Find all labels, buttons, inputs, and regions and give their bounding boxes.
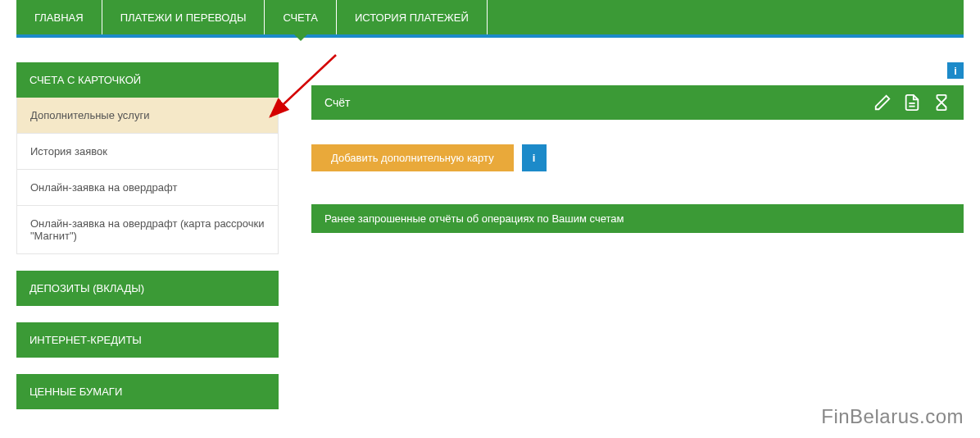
sidebar-item-label: Онлайн-заявка на овердрафт (30, 181, 177, 194)
sidebar: СЧЕТА С КАРТОЧКОЙ Дополнительные услуги … (16, 62, 279, 426)
sidebar-section-credits: ИНТЕРНЕТ-КРЕДИТЫ (16, 322, 279, 358)
nav-tab-label: ПЛАТЕЖИ И ПЕРЕВОДЫ (120, 11, 247, 24)
info-icon[interactable]: i (947, 62, 964, 79)
nav-tab-label: СЧЕТА (283, 11, 317, 24)
sidebar-header-deposits[interactable]: ДЕПОЗИТЫ (ВКЛАДЫ) (16, 271, 279, 306)
sidebar-header-credits[interactable]: ИНТЕРНЕТ-КРЕДИТЫ (16, 322, 279, 358)
sidebar-item-label: Дополнительные услуги (30, 109, 149, 121)
sidebar-item-request-history[interactable]: История заявок (16, 134, 279, 170)
sidebar-section-deposits: ДЕПОЗИТЫ (ВКЛАДЫ) (16, 271, 279, 306)
watermark: FinBelarus.com (821, 405, 964, 428)
account-label: Счёт (324, 96, 350, 109)
top-navigation: ГЛАВНАЯ ПЛАТЕЖИ И ПЕРЕВОДЫ СЧЕТА ИСТОРИЯ… (16, 0, 964, 34)
sidebar-item-overdraft-magnit[interactable]: Онлайн-заявка на овердрафт (карта рассро… (16, 206, 279, 254)
info-button[interactable]: i (522, 144, 547, 171)
sidebar-item-label: История заявок (30, 145, 107, 157)
add-card-label: Добавить дополнительную карту (331, 152, 494, 164)
reports-bar: Ранее запрошенные отчёты об операциях по… (311, 204, 964, 233)
sidebar-header-label: ИНТЕРНЕТ-КРЕДИТЫ (29, 334, 142, 346)
sidebar-section-securities: ЦЕННЫЕ БУМАГИ (16, 374, 279, 409)
main-area: i Счёт Добавить дополни (311, 62, 964, 426)
button-row: Добавить дополнительную карту i (311, 144, 964, 171)
account-bar: Счёт (311, 85, 964, 120)
sidebar-header-securities[interactable]: ЦЕННЫЕ БУМАГИ (16, 374, 279, 409)
nav-tab-history[interactable]: ИСТОРИЯ ПЛАТЕЖЕЙ (337, 0, 488, 34)
sidebar-header-label: СЧЕТА С КАРТОЧКОЙ (29, 74, 141, 86)
sidebar-header-cards[interactable]: СЧЕТА С КАРТОЧКОЙ (16, 62, 279, 98)
sidebar-section-cards: СЧЕТА С КАРТОЧКОЙ Дополнительные услуги … (16, 62, 279, 254)
info-button-label: i (533, 152, 536, 164)
sidebar-header-label: ЦЕННЫЕ БУМАГИ (29, 386, 122, 398)
hourglass-icon[interactable] (932, 94, 951, 112)
sidebar-item-label: Онлайн-заявка на овердрафт (карта рассро… (30, 217, 265, 242)
reports-label: Ранее запрошенные отчёты об операциях по… (324, 212, 624, 225)
sidebar-item-overdraft[interactable]: Онлайн-заявка на овердрафт (16, 170, 279, 206)
nav-remainder (488, 0, 964, 34)
document-icon[interactable] (903, 94, 921, 112)
info-icon-label: i (954, 65, 957, 77)
nav-tab-payments[interactable]: ПЛАТЕЖИ И ПЕРЕВОДЫ (102, 0, 265, 34)
nav-tab-label: ИСТОРИЯ ПЛАТЕЖЕЙ (355, 11, 469, 24)
nav-tab-label: ГЛАВНАЯ (34, 11, 84, 24)
account-bar-icons (873, 94, 951, 112)
edit-icon[interactable] (873, 94, 892, 112)
nav-tab-main[interactable]: ГЛАВНАЯ (16, 0, 102, 34)
sidebar-header-label: ДЕПОЗИТЫ (ВКЛАДЫ) (29, 282, 144, 294)
sidebar-item-additional-services[interactable]: Дополнительные услуги (16, 98, 279, 134)
add-card-button[interactable]: Добавить дополнительную карту (311, 144, 514, 171)
content-area: СЧЕТА С КАРТОЧКОЙ Дополнительные услуги … (0, 38, 980, 426)
nav-tab-accounts[interactable]: СЧЕТА (265, 0, 336, 34)
watermark-text: FinBelarus.com (821, 405, 964, 427)
